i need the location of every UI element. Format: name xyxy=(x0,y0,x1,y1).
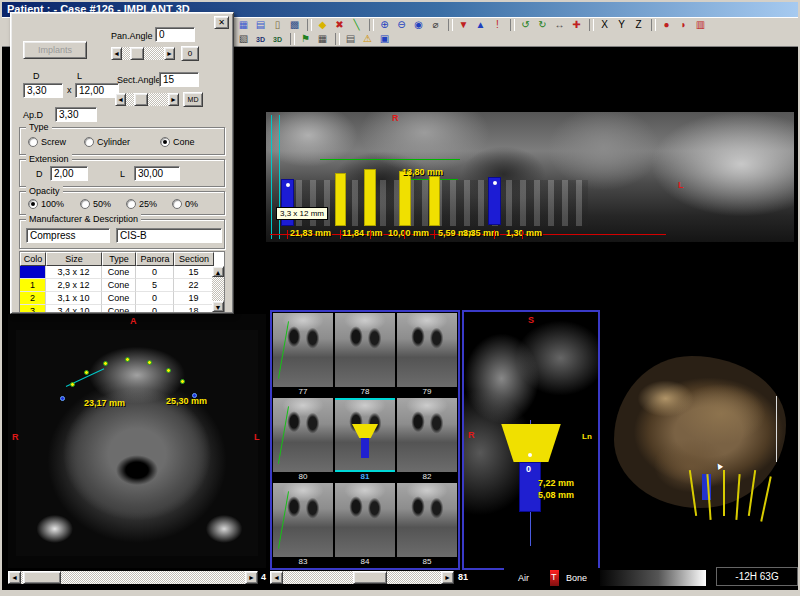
close-icon[interactable] xyxy=(214,16,229,29)
implant-position-dot-blue[interactable] xyxy=(192,393,197,398)
apical-diameter-input[interactable] xyxy=(55,107,97,122)
rotate-right-icon[interactable]: ↻ xyxy=(535,18,550,32)
section-icon[interactable]: ▩ xyxy=(287,18,302,32)
axis-x-button[interactable]: X xyxy=(597,18,612,32)
manufacturer-input[interactable] xyxy=(26,228,110,243)
draw-line-icon[interactable]: ╲ xyxy=(349,18,364,32)
slider-left-arrow[interactable] xyxy=(115,93,126,106)
opacity-option-25[interactable]: 25% xyxy=(126,199,157,209)
teeth-icon[interactable]: ▥ xyxy=(693,18,708,32)
axis-y-button[interactable]: Y xyxy=(614,18,629,32)
printer-icon[interactable]: ▤ xyxy=(343,32,358,46)
table-scrollbar[interactable] xyxy=(212,266,224,312)
implant-table[interactable]: Colo Size Type Panora Section 3,3 x 12Co… xyxy=(19,251,225,313)
scroll-thumb[interactable] xyxy=(23,571,61,584)
view-3d-icon[interactable]: 3D xyxy=(253,33,268,47)
length-input[interactable] xyxy=(75,83,119,98)
ruler-icon[interactable]: ▯ xyxy=(270,18,285,32)
slider-thumb[interactable] xyxy=(130,47,144,60)
rotate-left-icon[interactable]: ↺ xyxy=(518,18,533,32)
pan-angle-reset-button[interactable]: 0 xyxy=(181,46,199,61)
implant-down-icon[interactable]: ▼ xyxy=(456,18,471,32)
cross-section-view[interactable]: 0 7,22 mm 5,08 mm S R Ln xyxy=(462,310,600,570)
implant-table-row[interactable]: 12,9 x 12Cone522 xyxy=(20,279,224,292)
density-window-bar[interactable]: Air T Bone xyxy=(504,568,712,588)
scroll-thumb[interactable] xyxy=(353,571,387,584)
diameter-icon[interactable]: ⌀ xyxy=(428,18,443,32)
slider-track[interactable] xyxy=(126,93,168,106)
slider-thumb[interactable] xyxy=(134,93,148,106)
pan-icon[interactable]: ↔ xyxy=(552,18,567,32)
sect-angle-slider[interactable] xyxy=(115,93,179,106)
scroll-left-button[interactable] xyxy=(270,571,283,584)
implant-table-row[interactable]: 23,1 x 10Cone019 xyxy=(20,292,224,305)
slice-thumbnail-81[interactable]: 81 xyxy=(335,398,395,481)
slider-right-arrow[interactable] xyxy=(168,93,179,106)
implant-up-icon[interactable]: ▲ xyxy=(473,18,488,32)
implant-yellow-1[interactable] xyxy=(335,173,346,226)
pan-angle-input[interactable] xyxy=(155,27,195,42)
slice-scrollbar[interactable] xyxy=(270,571,454,584)
zoom-in-icon[interactable]: ⊕ xyxy=(377,18,392,32)
implant-blue-2[interactable] xyxy=(488,177,501,225)
implants-button[interactable]: Implants xyxy=(23,41,87,59)
axial-view[interactable]: 23,17 mm 25,30 mm A R L xyxy=(8,314,266,568)
zoom-out-icon[interactable]: ⊖ xyxy=(394,18,409,32)
marker-icon[interactable]: ◆ xyxy=(315,18,330,32)
slice-thumbnail-77[interactable]: 77 xyxy=(273,313,333,396)
sect-angle-input[interactable] xyxy=(159,72,199,87)
scroll-track[interactable] xyxy=(212,277,224,301)
magnifier-icon[interactable]: ◉ xyxy=(411,18,426,32)
implant-position-dot-yellow[interactable] xyxy=(125,357,130,362)
crosshair-icon[interactable]: ✚ xyxy=(569,18,584,32)
scroll-left-button[interactable] xyxy=(8,571,21,584)
section-cursor-line[interactable] xyxy=(279,115,280,239)
delete-icon[interactable]: ✖ xyxy=(332,18,347,32)
slice-thumbnail-78[interactable]: 78 xyxy=(335,313,395,396)
axial-scrollbar[interactable] xyxy=(8,571,258,584)
panoramic-view[interactable]: 13,80 mm 3,3 x 12 mm R L 21,83 mm11,84 m… xyxy=(266,112,794,242)
implant-position-dot-blue[interactable] xyxy=(60,396,65,401)
implant-table-row[interactable]: 3,3 x 12Cone015 xyxy=(20,266,224,279)
implant-position-dot-yellow[interactable] xyxy=(147,360,152,365)
slider-track[interactable] xyxy=(122,47,164,60)
implant-position-dot-yellow[interactable] xyxy=(103,361,108,366)
slice-thumbnail-79[interactable]: 79 xyxy=(397,313,457,396)
implant-yellow-2[interactable] xyxy=(364,169,376,226)
single-view-icon[interactable]: ▧ xyxy=(236,32,251,46)
nerve-icon[interactable]: ● xyxy=(659,18,674,32)
type-option-screw[interactable]: Screw xyxy=(28,137,66,147)
view-3d-bone-icon[interactable]: 3D xyxy=(270,33,285,47)
implant-dialog[interactable]: Implants Pan.Angle 0 D L x Sect.Angle MD… xyxy=(10,12,234,314)
density-gradient[interactable] xyxy=(600,570,706,586)
type-option-cone[interactable]: Cone xyxy=(160,137,195,147)
diameter-input[interactable] xyxy=(23,83,63,98)
slider-left-arrow[interactable] xyxy=(111,47,122,60)
alert-icon[interactable]: ! xyxy=(490,18,505,32)
extension-l-input[interactable] xyxy=(134,166,180,181)
extension-d-input[interactable] xyxy=(50,166,88,181)
flag-icon[interactable]: ⚑ xyxy=(298,32,313,46)
section-cursor-line[interactable] xyxy=(271,115,272,239)
implant-yellow-3[interactable] xyxy=(399,171,411,226)
slice-thumbnail-83[interactable]: 83 xyxy=(273,483,333,566)
opacity-option-100[interactable]: 100% xyxy=(28,199,64,209)
three-d-view[interactable]: ▲ xyxy=(602,310,798,570)
scroll-right-button[interactable] xyxy=(441,571,454,584)
save-icon[interactable]: ▣ xyxy=(377,32,392,46)
slice-thumbnail-82[interactable]: 82 xyxy=(397,398,457,481)
axis-z-button[interactable]: Z xyxy=(631,18,646,32)
scroll-down-button[interactable] xyxy=(212,301,224,312)
implant-list-icon[interactable]: ▤ xyxy=(253,18,268,32)
warning-icon[interactable]: ⚠ xyxy=(360,32,375,46)
opacity-option-0[interactable]: 0% xyxy=(172,199,198,209)
implant-table-icon[interactable]: ▦ xyxy=(236,18,251,32)
slice-grid-view[interactable]: 777879808182838485 xyxy=(270,310,460,570)
scroll-track[interactable] xyxy=(21,571,245,584)
implant-table-row[interactable]: 33,4 x 10Cone018 xyxy=(20,305,224,313)
type-option-cylinder[interactable]: Cylinder xyxy=(84,137,130,147)
implant-yellow-4[interactable] xyxy=(429,176,440,226)
implant-position-dot-yellow[interactable] xyxy=(70,382,75,387)
implant-position-dot-yellow[interactable] xyxy=(166,368,171,373)
slice-thumbnail-85[interactable]: 85 xyxy=(397,483,457,566)
